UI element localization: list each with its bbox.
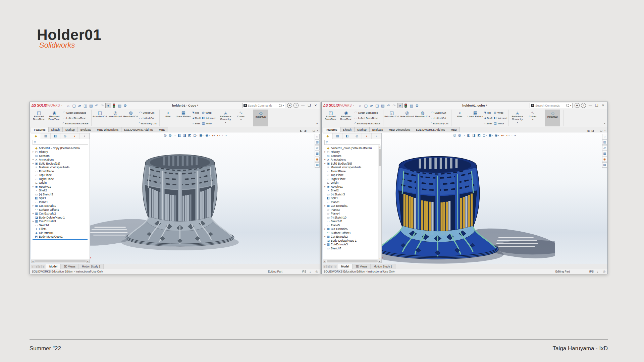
ribbon-tab[interactable]: Evaluate [369,127,386,132]
task-pane-button[interactable]: ▱ [602,145,607,150]
ribbon-small-button[interactable]: ◥ Rib [484,111,492,115]
ribbon-button[interactable]: ◳ Extruded Boss/Base ▾ [31,110,47,126]
expand-arrow-icon[interactable]: ▸ [324,235,326,238]
ribbon-small-button[interactable]: ◠ Swept Cut [139,111,157,115]
quick-access-button[interactable]: ► [105,103,111,108]
ribbon-button[interactable]: ▦ Linear Pattern ▾ [176,110,191,126]
tab-nav-last-icon[interactable]: ▸ [334,265,337,268]
window-control-button[interactable]: — [588,104,593,107]
tree-item[interactable]: ▸ Cut-Extrude1 [324,204,381,208]
quick-access-button[interactable]: ⌂ [65,103,71,108]
heads-up-button[interactable]: ◼ ▾ [489,133,493,137]
document-control-button[interactable]: — [596,129,598,132]
manager-tab[interactable]: ◆ [31,133,41,139]
ribbon-tab[interactable]: Markup [354,127,370,132]
tree-item[interactable]: ▸ Shell2 [32,189,90,193]
document-control-button[interactable]: — [308,129,311,132]
tree-item[interactable]: ▸ Body-Delete/Keep 1 [324,239,381,243]
tree-item[interactable]: ▸ Top Plane [324,173,381,177]
ribbon-small-button[interactable]: ◡ Lofted Cut [431,116,448,120]
tree-item[interactable]: ▸ Annotations [32,158,90,162]
quick-access-button[interactable]: ▤ [88,103,94,108]
ribbon-small-button[interactable]: ◥ Rib [192,111,201,115]
tree-item[interactable]: ▸ Revolve1 [324,185,381,189]
ribbon-small-button[interactable]: ◫ Mirror [202,121,215,126]
search-commands-box[interactable]: S Search Commands ▾ [242,103,285,108]
ribbon-tab[interactable]: Sketch [340,127,355,132]
tree-item[interactable]: ▸ History [32,150,90,154]
ribbon-tab[interactable]: Features [323,127,340,132]
quick-access-button[interactable]: ▱ [369,103,374,108]
quick-access-button[interactable] [111,103,117,108]
scroll-up-icon[interactable]: ▴ [378,145,381,148]
tree-item[interactable]: ▸ Sketch11 [324,220,381,224]
bottom-tab[interactable]: 3D Views [61,264,79,269]
tab-nav-last-icon[interactable]: ▸ [42,265,45,268]
bottom-tab[interactable]: Model [338,264,353,269]
tab-nav-prev-icon[interactable]: ◂ [326,265,330,268]
tree-item[interactable]: ▸ Front Plane [324,169,381,173]
ribbon-tab[interactable]: Evaluate [77,127,94,132]
ribbon-button[interactable]: ◳ Extruded Boss/Base ▾ [323,110,338,126]
tab-nav-next-icon[interactable]: ▸ [38,265,42,268]
bottom-tab[interactable]: Motion Study 1 [79,264,104,269]
document-control-button[interactable]: ◨ [304,129,307,132]
tab-nav-buttons[interactable]: ◂ ◂ ▸ ▸ [322,264,338,269]
quick-access-button[interactable]: ◫ [374,103,380,108]
heads-up-button[interactable]: ◼ ▾ [199,133,203,137]
tree-item[interactable]: ▸ Split1 [32,196,90,200]
tree-horizontal-scrollbar[interactable]: ◂ ▸ [323,259,381,263]
tree-item[interactable]: ▸ Front Plane [32,169,90,173]
brand-chevron-icon[interactable]: › [61,104,62,107]
tree-item[interactable]: ▸ Plane3 [324,208,381,212]
tab-nav-first-icon[interactable]: ◂ [323,265,326,268]
heads-up-button[interactable]: ◧ ▾ [178,133,181,137]
tree-item[interactable]: ▸ Cut-Extrude2 [32,212,90,216]
tree-item[interactable]: ▸ Solid Bodies(16) [32,162,90,166]
ribbon-collapse-icon[interactable]: ⌃ [603,123,606,126]
ribbon-small-button[interactable]: ◔ Shell [484,121,492,126]
task-pane-button[interactable]: ◉ [602,157,607,162]
tree-item[interactable]: ▸ Material <not specified> [32,166,90,170]
tree-item[interactable]: ▸ Plane1 [32,200,90,204]
window-control-button[interactable]: ✕ [313,104,318,107]
scrollbar-thumb[interactable] [35,260,86,262]
scroll-right-icon[interactable]: ▸ [86,260,90,263]
ribbon-button[interactable]: ◬ Reference Geometry ▾ [218,110,233,126]
scrollbar-thumb[interactable] [379,149,381,166]
manager-tab[interactable]: ◐ [70,133,80,139]
ribbon-tab[interactable]: MBD Dimensions [386,127,413,132]
expand-arrow-icon[interactable]: ▸ [324,228,326,230]
tree-item[interactable]: ▸ Surface-Offset1 [324,231,381,235]
tree-item[interactable]: ▸ (-) Sketch3 [324,192,381,196]
heads-up-button[interactable]: ◍ ▾ [169,133,172,137]
expand-arrow-icon[interactable]: ▸ [324,243,326,246]
task-pane-button[interactable]: ◉ [315,157,320,162]
task-pane-button[interactable]: ▤ [602,162,607,168]
manager-tab[interactable]: ◎ [60,133,70,139]
ribbon-tab[interactable]: Sketch [48,127,63,132]
task-pane-button[interactable]: ⌂ [315,134,320,139]
ribbon-small-button[interactable]: ◜ Boundary Boss/Base [355,121,380,126]
tree-item[interactable]: ▸ Body-Delete/Keep 1 [32,216,90,220]
ribbon-tab[interactable]: SOLIDWORKS Add-Ins [121,127,156,132]
ribbon-button[interactable]: ◇ Instant3D ▾ [545,110,560,126]
document-control-button[interactable]: × [604,129,606,132]
tree-item[interactable]: ▸ Shell2 [324,189,381,193]
scroll-left-icon[interactable]: ◂ [31,260,35,263]
units-selector[interactable]: IPS [589,270,594,273]
tree-item[interactable]: ▸ Plane5 [324,223,381,227]
ribbon-tab[interactable]: MBD Dimensions [94,127,121,132]
manager-tab[interactable]: ◆ [323,133,333,139]
tree-item[interactable]: ▸ Cut-Extrude1 [32,204,90,208]
ribbon-button[interactable]: ◉ Revolved Boss/Base ▾ [338,110,354,126]
manager-tab[interactable]: ◐ [362,133,372,139]
brand-chevron-icon[interactable]: › [353,104,354,107]
ribbon-small-button[interactable]: ◫ Mirror [494,121,507,126]
heads-up-button[interactable]: ◻ ▾ [483,133,487,137]
ribbon-button[interactable]: ◬ Reference Geometry ▾ [509,110,525,126]
ribbon-small-button[interactable]: ◠ Swept Cut [431,111,448,115]
manager-tab[interactable]: › [372,133,381,139]
tree-item[interactable]: ▸ Right Plane [324,177,381,181]
tab-nav-first-icon[interactable]: ◂ [31,265,34,268]
